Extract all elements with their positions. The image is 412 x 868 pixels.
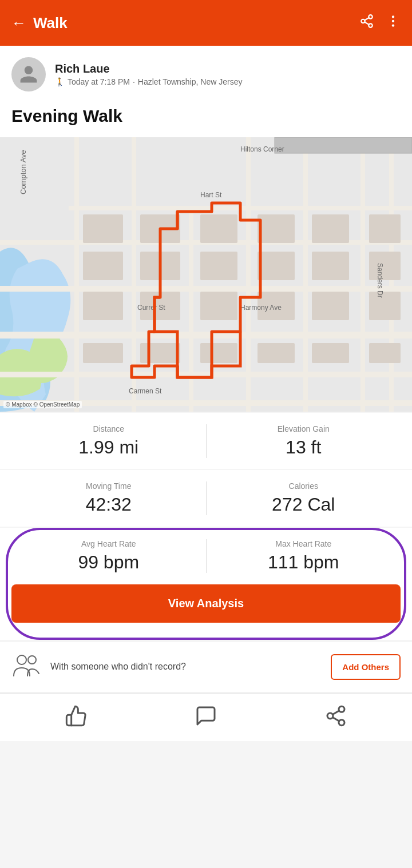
user-section: Rich Laue 🚶 Today at 7:18 PM · Hazlet To… — [0, 46, 412, 101]
svg-point-6 — [392, 20, 394, 22]
stat-max-hr-value: 111 bpm — [268, 552, 339, 573]
comment-button[interactable] — [195, 704, 217, 727]
svg-rect-22 — [83, 214, 123, 243]
add-others-description: With someone who didn't record? — [50, 660, 331, 673]
user-name: Rich Laue — [55, 62, 242, 75]
stats-row-1: Distance 1.99 mi Elevation Gain 13 ft — [0, 413, 412, 470]
stat-divider-3 — [206, 539, 207, 573]
svg-rect-43 — [369, 252, 401, 280]
user-meta: 🚶 Today at 7:18 PM · Hazlet Township, Ne… — [55, 77, 242, 86]
header-title: Walk — [33, 14, 68, 32]
stat-moving-time-label: Moving Time — [86, 481, 131, 491]
svg-rect-33 — [200, 343, 237, 363]
svg-rect-35 — [258, 252, 295, 280]
svg-rect-34 — [258, 214, 295, 243]
share-icon[interactable] — [359, 14, 374, 32]
share-button[interactable] — [324, 704, 347, 727]
stat-divider-2 — [206, 481, 207, 515]
svg-point-5 — [392, 15, 394, 18]
stat-distance: Distance 1.99 mi — [17, 424, 200, 458]
meta-separator: · — [133, 77, 135, 86]
svg-rect-17 — [189, 206, 193, 412]
svg-rect-44 — [369, 292, 401, 320]
view-analysis-button[interactable]: View Analysis — [11, 584, 401, 623]
svg-rect-19 — [303, 137, 308, 412]
svg-rect-41 — [312, 343, 349, 363]
stat-distance-value: 1.99 mi — [78, 437, 138, 458]
svg-line-3 — [365, 22, 369, 25]
stat-elevation: Elevation Gain 13 ft — [212, 424, 395, 458]
svg-rect-40 — [312, 292, 349, 320]
svg-line-61 — [332, 711, 339, 715]
svg-rect-15 — [74, 137, 79, 412]
svg-rect-45 — [369, 343, 401, 363]
stat-elevation-label: Elevation Gain — [278, 424, 330, 433]
stat-distance-label: Distance — [93, 424, 124, 433]
add-others-section: With someone who didn't record? Add Othe… — [0, 641, 412, 692]
svg-text:Sanders Dr: Sanders Dr — [376, 263, 384, 298]
svg-text:Currer St: Currer St — [137, 304, 165, 312]
user-time: Today at 7:18 PM — [68, 77, 130, 86]
map-attribution: © Mapbox © OpenStreetMap — [3, 401, 82, 408]
svg-rect-30 — [200, 214, 237, 243]
stats-section: Distance 1.99 mi Elevation Gain 13 ft Mo… — [0, 413, 412, 527]
svg-point-7 — [392, 24, 394, 26]
svg-rect-18 — [246, 137, 251, 412]
svg-rect-42 — [369, 214, 401, 243]
app-header: ← Walk — [0, 0, 412, 46]
svg-rect-39 — [312, 252, 349, 280]
svg-rect-46 — [275, 137, 412, 153]
add-others-button[interactable]: Add Others — [331, 654, 401, 680]
activity-title: Evening Walk — [11, 106, 401, 126]
stat-avg-hr-value: 99 bpm — [78, 552, 139, 573]
svg-rect-38 — [312, 214, 349, 243]
stat-calories-value: 272 Cal — [272, 494, 335, 515]
svg-rect-9 — [0, 332, 412, 339]
more-options-icon[interactable] — [386, 14, 401, 32]
stat-max-hr: Max Heart Rate 111 bpm — [212, 539, 395, 573]
kudos-button[interactable] — [65, 704, 88, 727]
svg-rect-23 — [83, 252, 123, 280]
stat-avg-hr: Avg Heart Rate 99 bpm — [17, 539, 200, 573]
svg-text:Hart St: Hart St — [200, 191, 222, 199]
stat-moving-time: Moving Time 42:32 — [17, 481, 200, 515]
heart-rate-row: Avg Heart Rate 99 bpm Max Heart Rate 111… — [0, 528, 412, 579]
svg-rect-29 — [140, 343, 180, 363]
svg-text:Carmen St: Carmen St — [129, 387, 162, 395]
header-actions — [359, 14, 401, 32]
stats-row-2: Moving Time 42:32 Calories 272 Cal — [0, 470, 412, 527]
group-icon — [11, 653, 41, 680]
stat-calories: Calories 272 Cal — [212, 481, 395, 515]
avatar — [11, 57, 46, 91]
map-container[interactable]: Compton Ave Hart St Currer St Harmony Av… — [0, 137, 412, 412]
stat-max-hr-label: Max Heart Rate — [275, 539, 331, 548]
user-info: Rich Laue 🚶 Today at 7:18 PM · Hazlet To… — [55, 62, 242, 86]
stat-calories-label: Calories — [289, 481, 318, 491]
activity-title-section: Evening Walk — [0, 101, 412, 137]
stat-divider-1 — [206, 424, 207, 458]
svg-line-60 — [332, 718, 339, 722]
svg-point-55 — [17, 655, 26, 664]
svg-text:Compton Ave: Compton Ave — [19, 150, 27, 194]
svg-rect-20 — [360, 137, 365, 412]
user-location: Hazlet Township, New Jersey — [138, 77, 243, 86]
svg-text:Harmony Ave: Harmony Ave — [240, 304, 282, 312]
svg-point-56 — [28, 656, 36, 664]
svg-rect-25 — [83, 343, 123, 363]
svg-rect-37 — [258, 343, 295, 363]
bottom-nav — [0, 694, 412, 741]
svg-text:Hiltons Corner: Hiltons Corner — [240, 145, 284, 153]
svg-rect-24 — [83, 292, 123, 320]
walk-icon: 🚶 — [55, 77, 65, 86]
stat-moving-time-value: 42:32 — [86, 494, 132, 515]
back-button[interactable]: ← — [11, 14, 26, 32]
svg-rect-31 — [200, 252, 237, 280]
svg-rect-32 — [200, 292, 237, 320]
heart-rate-section: Avg Heart Rate 99 bpm Max Heart Rate 111… — [0, 528, 412, 640]
svg-line-4 — [365, 18, 369, 20]
svg-rect-12 — [0, 286, 412, 292]
stat-avg-hr-label: Avg Heart Rate — [81, 539, 136, 548]
stat-elevation-value: 13 ft — [286, 437, 321, 458]
